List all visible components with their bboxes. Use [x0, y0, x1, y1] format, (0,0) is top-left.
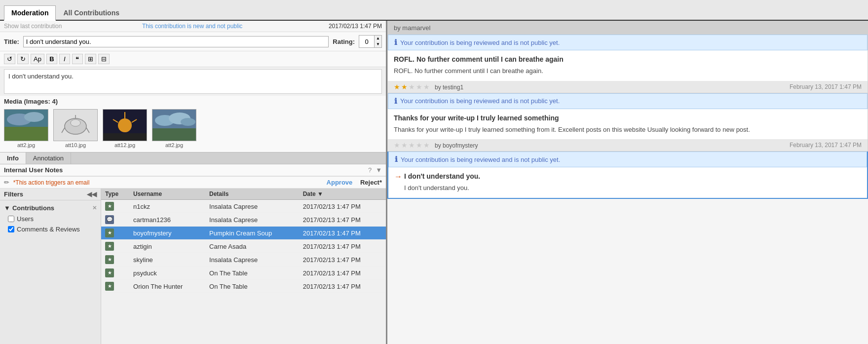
- title-input[interactable]: [23, 36, 329, 47]
- thumb-att12[interactable]: [103, 109, 147, 141]
- editor-area[interactable]: I don't understand you.: [4, 69, 382, 94]
- rating-up-button[interactable]: ▲: [375, 36, 381, 41]
- thumb-att2[interactable]: [4, 109, 48, 141]
- info-icon: ℹ: [394, 38, 397, 47]
- title-label: Title:: [4, 38, 19, 45]
- italic-button[interactable]: I: [59, 54, 70, 64]
- star-icon: ★: [423, 141, 430, 149]
- svg-point-5: [71, 119, 80, 126]
- cell-username: boyofmystery: [129, 227, 205, 240]
- quote-button[interactable]: ❝: [72, 54, 83, 64]
- table-panel: Type Username Details Date ▼ ★ n1ckz Ins…: [101, 189, 386, 344]
- svg-point-3: [24, 112, 44, 122]
- filter-item-users[interactable]: Users: [0, 214, 101, 224]
- undo-button[interactable]: ↺: [4, 54, 15, 64]
- star-icon: ★: [394, 83, 400, 91]
- info-tab[interactable]: Info: [0, 153, 26, 164]
- contribution-date: 2017/02/13 1:47 PM: [329, 23, 382, 30]
- star-rating: ★★★★★: [394, 141, 430, 149]
- main-layout: Show last contribution This contribution…: [0, 21, 868, 344]
- contributions-close-icon[interactable]: ✕: [92, 205, 97, 211]
- approve-button[interactable]: Approve: [327, 179, 353, 186]
- contributions-label: Contributions: [12, 204, 54, 212]
- filter-item-comments[interactable]: Comments & Reviews: [0, 224, 101, 234]
- help-icon[interactable]: ?: [368, 166, 372, 174]
- contribution-card: ℹ Your contribution is being reviewed an…: [387, 152, 868, 199]
- card-title: Thanks for your write-up I truly learned…: [394, 114, 750, 122]
- email-action-link[interactable]: *This action triggers an email: [13, 179, 90, 186]
- thumb-att2b[interactable]: [152, 109, 196, 141]
- card-text: ROFL. No further comment until I can bre…: [394, 66, 564, 76]
- table-row[interactable]: ★ n1ckz Insalata Caprese 2017/02/13 1:47…: [101, 200, 386, 213]
- card-notice-text: Your contribution is being reviewed and …: [401, 156, 560, 163]
- col-type[interactable]: Type: [101, 189, 129, 200]
- table-row[interactable]: 💬 cartman1236 Insalata Caprese 2017/02/1…: [101, 213, 386, 227]
- cell-date: 2017/02/13 1:47 PM: [299, 240, 386, 253]
- filters-collapse-icon[interactable]: ◀◀: [87, 191, 97, 198]
- reject-button[interactable]: Reject*: [360, 179, 382, 186]
- card-text: I don't understand you.: [404, 183, 480, 193]
- annotation-tab[interactable]: Annotation: [26, 153, 71, 164]
- contribution-card: by mamarvel ℹ Your contribution is being…: [387, 21, 868, 93]
- col-date[interactable]: Date ▼: [299, 189, 386, 200]
- star-icon: ★: [409, 141, 415, 149]
- cell-details: On The Table: [205, 280, 299, 293]
- type-icon: ★: [105, 268, 114, 277]
- thumb-att12-label: att12.jpg: [114, 142, 135, 148]
- svg-rect-16: [152, 128, 196, 141]
- contributions-expand-icon[interactable]: ▼: [4, 204, 10, 212]
- table-row[interactable]: ★ psyduck On The Table 2017/02/13 1:47 P…: [101, 267, 386, 280]
- media-label: Media (Images: 4): [4, 98, 382, 105]
- show-last-link[interactable]: Show last contribution: [4, 23, 62, 30]
- tab-contributions[interactable]: All Contributions: [56, 5, 127, 20]
- bottom-section: Filters ◀◀ ▼ Contributions ✕ Users: [0, 189, 386, 344]
- cell-type: ★: [101, 267, 129, 280]
- table-row[interactable]: ★ Orion The Hunter On The Table 2017/02/…: [101, 280, 386, 293]
- redo-button[interactable]: ↻: [17, 54, 29, 64]
- col-username[interactable]: Username: [129, 189, 205, 200]
- tab-moderation[interactable]: Moderation: [4, 5, 56, 21]
- title-row: Title: Rating: ▲ ▼: [0, 32, 386, 51]
- image-button[interactable]: ⊞: [85, 54, 96, 64]
- contribution-card: ℹ Your contribution is being reviewed an…: [387, 93, 868, 152]
- star-icon: ★: [401, 83, 408, 91]
- table-button[interactable]: ⊟: [98, 54, 110, 64]
- type-icon: ★: [105, 229, 114, 237]
- media-thumbs: att2.jpg att10.jpg: [4, 107, 382, 150]
- table-row[interactable]: ★ aztigin Carne Asada 2017/02/13 1:47 PM: [101, 240, 386, 253]
- editor-toolbar: ↺ ↻ Ap B I ❝ ⊞ ⊟: [0, 51, 386, 67]
- rating-input[interactable]: [359, 37, 374, 46]
- cell-date: 2017/02/13 1:47 PM: [299, 280, 386, 293]
- left-panel: Show last contribution This contribution…: [0, 21, 387, 344]
- media-section: Media (Images: 4) att2.jpg: [0, 96, 386, 152]
- clear-format-button[interactable]: Ap: [31, 54, 44, 64]
- card-notice: ℹ Your contribution is being reviewed an…: [388, 152, 867, 167]
- action-bar: ✏ *This action triggers an email Approve…: [0, 176, 386, 189]
- cell-username: aztigin: [129, 240, 205, 253]
- card-date: February 13, 2017 1:47 PM: [790, 142, 862, 149]
- rating-spinners: ▲ ▼: [374, 36, 381, 47]
- star-icon: ★: [416, 83, 422, 91]
- card-text: Thanks for your write-up I truly learned…: [394, 125, 750, 135]
- comments-reviews-checkbox[interactable]: [8, 226, 14, 232]
- table-row[interactable]: ★ boyofmystery Pumpkin Cream Soup 2017/0…: [101, 227, 386, 240]
- table-row[interactable]: ★ skyline Insalata Caprese 2017/02/13 1:…: [101, 253, 386, 267]
- cell-details: Carne Asada: [205, 240, 299, 253]
- filters-panel: Filters ◀◀ ▼ Contributions ✕ Users: [0, 189, 101, 344]
- col-details[interactable]: Details: [205, 189, 299, 200]
- rating-label: Rating:: [333, 38, 355, 45]
- contributions-table: Type Username Details Date ▼ ★ n1ckz Ins…: [101, 189, 386, 293]
- cell-date: 2017/02/13 1:47 PM: [299, 267, 386, 280]
- filters-contributions-section: ▼ Contributions ✕ Users Comments & Revie…: [0, 200, 101, 236]
- card-footer: ★★★★★ by boyofmystery February 13, 2017 …: [388, 139, 868, 151]
- thumb-att10[interactable]: [53, 109, 98, 141]
- cell-type: ★: [101, 280, 129, 293]
- rating-down-button[interactable]: ▼: [375, 41, 381, 47]
- star-icon: ★: [401, 141, 408, 149]
- svg-line-6: [62, 128, 65, 133]
- card-date: February 13, 2017 1:47 PM: [790, 83, 862, 90]
- bold-button[interactable]: B: [46, 54, 57, 64]
- users-checkbox[interactable]: [8, 216, 14, 222]
- scroll-icon[interactable]: ▼: [376, 166, 382, 174]
- info-tabs-bar: Info Annotation: [0, 152, 386, 164]
